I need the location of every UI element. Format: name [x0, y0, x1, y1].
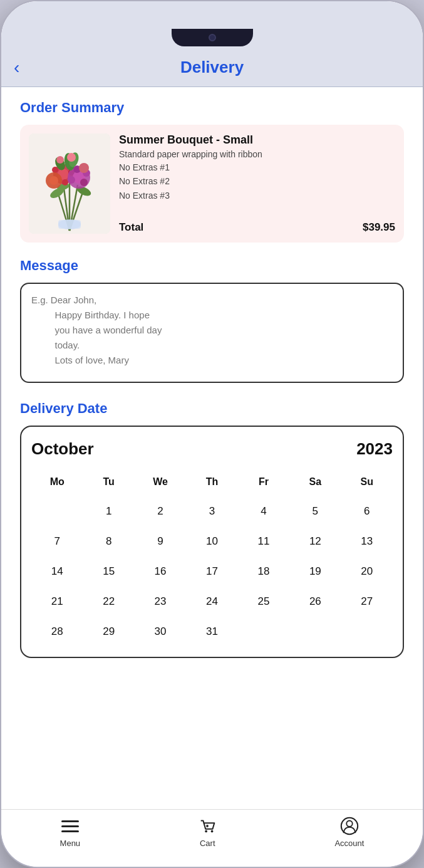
calendar-day-13[interactable]: 13 [341, 529, 393, 554]
calendar-day-18[interactable]: 18 [238, 559, 289, 584]
nav-cart[interactable]: Cart [197, 816, 217, 848]
calendar-day-28[interactable]: 28 [31, 619, 83, 644]
calendar-day-9[interactable]: 9 [135, 529, 186, 554]
svg-point-36 [346, 821, 352, 827]
order-details: Summer Bouquet - Small Standard paper wr… [119, 133, 395, 234]
calendar-day-30[interactable]: 30 [135, 619, 186, 644]
account-label: Account [334, 839, 364, 848]
nav-account[interactable]: Account [334, 816, 364, 848]
weekday-su: Su [341, 471, 393, 493]
svg-point-22 [80, 179, 88, 186]
calendar-day-6[interactable]: 6 [341, 499, 393, 524]
calendar-day-12[interactable]: 12 [289, 529, 341, 554]
cart-label: Cart [200, 839, 215, 848]
calendar-day-31[interactable]: 31 [186, 619, 237, 644]
calendar-day-empty [289, 619, 341, 644]
delivery-date-title: Delivery Date [20, 400, 404, 417]
svg-point-23 [68, 176, 75, 184]
calendar-day-24[interactable]: 24 [186, 589, 237, 614]
product-extras: No Extras #1 No Extras #2 No Extras #3 [119, 160, 395, 202]
calendar-day-22[interactable]: 22 [83, 589, 134, 614]
total-amount: $39.95 [363, 221, 395, 234]
calendar-day-14[interactable]: 14 [31, 559, 83, 584]
calendar-day-20[interactable]: 20 [341, 559, 393, 584]
svg-point-25 [49, 176, 58, 185]
calendar-day-19[interactable]: 19 [289, 559, 341, 584]
calendar-header: October 2023 [31, 439, 393, 459]
svg-point-30 [56, 156, 64, 164]
svg-point-29 [67, 153, 76, 162]
order-summary-title: Order Summary [20, 100, 404, 116]
calendar-day-5[interactable]: 5 [289, 499, 341, 524]
calendar-day-10[interactable]: 10 [186, 529, 237, 554]
calendar-day-empty [31, 499, 83, 524]
extra-3: No Extras #3 [119, 189, 395, 202]
svg-rect-7 [58, 220, 81, 229]
calendar-grid: 1234567891011121314151617181920212223242… [31, 499, 393, 644]
weekday-we: We [135, 471, 186, 493]
extra-2: No Extras #2 [119, 174, 395, 188]
calendar-day-26[interactable]: 26 [289, 589, 341, 614]
weekday-th: Th [186, 471, 237, 493]
total-label: Total [119, 221, 143, 234]
message-input[interactable] [20, 283, 404, 383]
hamburger-lines [61, 820, 79, 832]
notch [172, 29, 253, 46]
svg-point-31 [79, 163, 89, 173]
notch-area [1, 1, 423, 51]
menu-icon [60, 816, 80, 836]
calendar-day-8[interactable]: 8 [83, 529, 134, 554]
phone-screen: ‹ Delivery Order Summary [1, 1, 423, 867]
menu-label: Menu [60, 839, 81, 848]
calendar-weekdays: Mo Tu We Th Fr Sa Su [31, 471, 393, 493]
back-button[interactable]: ‹ [14, 59, 19, 76]
message-section-title: Message [20, 258, 404, 274]
svg-point-17 [62, 179, 68, 186]
order-card: Summer Bouquet - Small Standard paper wr… [20, 125, 404, 243]
svg-point-33 [211, 830, 214, 833]
calendar-month: October [31, 439, 94, 459]
calendar-day-17[interactable]: 17 [186, 559, 237, 584]
order-total-row: Total $39.95 [119, 221, 395, 234]
calendar-day-7[interactable]: 7 [31, 529, 83, 554]
product-description: Standard paper wrapping with ribbon [119, 149, 395, 159]
extra-1: No Extras #1 [119, 160, 395, 174]
svg-point-34 [206, 825, 209, 827]
calendar-year: 2023 [356, 439, 393, 459]
calendar-day-11[interactable]: 11 [238, 529, 289, 554]
main-content: Order Summary [1, 87, 423, 809]
product-name: Summer Bouquet - Small [119, 133, 395, 147]
calendar-day-15[interactable]: 15 [83, 559, 134, 584]
calendar-day-23[interactable]: 23 [135, 589, 186, 614]
svg-point-15 [52, 167, 58, 173]
calendar-day-29[interactable]: 29 [83, 619, 134, 644]
nav-menu[interactable]: Menu [60, 816, 81, 848]
calendar-day-21[interactable]: 21 [31, 589, 83, 614]
calendar: October 2023 Mo Tu We Th Fr Sa Su 123456… [20, 426, 404, 658]
calendar-day-25[interactable]: 25 [238, 589, 289, 614]
account-icon [339, 816, 359, 836]
weekday-sa: Sa [289, 471, 341, 493]
header: ‹ Delivery [1, 51, 423, 86]
product-image [29, 133, 110, 234]
calendar-day-empty [238, 619, 289, 644]
calendar-day-1[interactable]: 1 [83, 499, 134, 524]
weekday-mo: Mo [31, 471, 83, 493]
page-title: Delivery [180, 58, 244, 77]
calendar-day-2[interactable]: 2 [135, 499, 186, 524]
weekday-fr: Fr [238, 471, 289, 493]
svg-point-32 [205, 830, 208, 833]
calendar-day-3[interactable]: 3 [186, 499, 237, 524]
calendar-day-16[interactable]: 16 [135, 559, 186, 584]
phone-frame: ‹ Delivery Order Summary [0, 0, 424, 868]
calendar-day-empty [341, 619, 393, 644]
bottom-nav: Menu Cart [1, 809, 423, 867]
notch-camera [209, 34, 216, 41]
calendar-day-4[interactable]: 4 [238, 499, 289, 524]
weekday-tu: Tu [83, 471, 134, 493]
cart-icon [197, 816, 217, 836]
calendar-day-27[interactable]: 27 [341, 589, 393, 614]
